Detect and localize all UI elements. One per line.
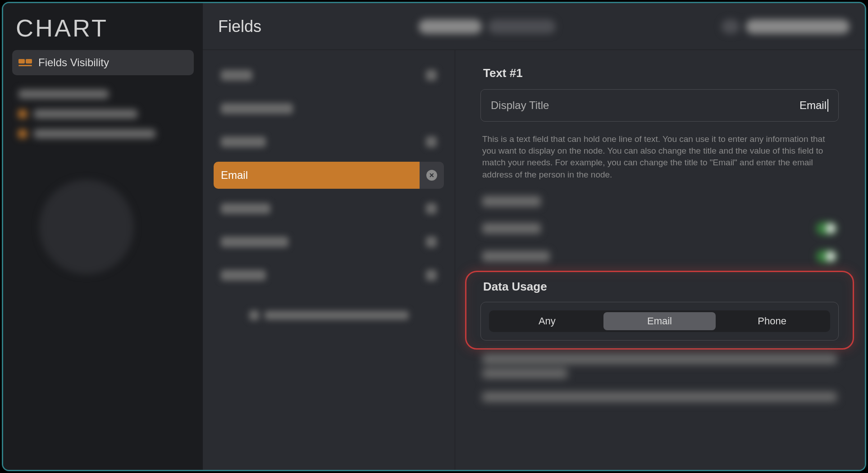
fields-visibility-icon — [18, 58, 32, 67]
segmented-control[interactable]: Any Email Phone — [489, 310, 830, 332]
field-row-email[interactable]: Email ✕ — [214, 162, 444, 189]
segment-email[interactable]: Email — [603, 312, 716, 330]
data-usage-section: Data Usage Any Email Phone — [480, 280, 839, 341]
main-area: Fields — [203, 3, 865, 470]
svg-rect-0 — [18, 59, 25, 64]
field-row-blurred — [214, 228, 444, 255]
display-title-label: Display Title — [491, 99, 549, 112]
field-row-blurred — [214, 262, 444, 289]
topbar: Fields — [203, 3, 865, 50]
detail-blurred-settings — [480, 196, 839, 263]
sidebar-item-fields-visibility[interactable]: Fields Visibility — [12, 50, 194, 75]
data-usage-control: Any Email Phone — [480, 302, 839, 341]
field-row-blurred — [214, 95, 444, 122]
field-row-blurred — [214, 195, 444, 222]
data-usage-title: Data Usage — [483, 280, 839, 294]
content: Email ✕ — [203, 50, 865, 470]
segment-phone[interactable]: Phone — [716, 312, 828, 330]
app-window: CHART Fields Visibility — [2, 2, 866, 471]
sidebar-blurred-group — [12, 84, 194, 274]
svg-rect-1 — [26, 59, 32, 64]
topbar-blurred-controls — [419, 19, 850, 34]
svg-rect-2 — [18, 65, 32, 66]
display-title-input[interactable] — [738, 99, 828, 112]
page-title: Fields — [218, 17, 261, 36]
field-row-remove-button[interactable]: ✕ — [420, 162, 444, 189]
field-description: This is a text field that can hold one l… — [482, 133, 836, 181]
field-row-blurred — [214, 62, 444, 89]
detail-panel: Text #1 Display Title This is a text fie… — [455, 50, 865, 470]
field-list-footer-blurred — [214, 310, 444, 320]
field-row-label: Email — [221, 169, 248, 182]
detail-title: Text #1 — [483, 66, 839, 80]
field-row-blurred — [214, 128, 444, 155]
close-icon: ✕ — [426, 170, 437, 181]
display-title-field[interactable]: Display Title — [480, 89, 839, 122]
detail-trailing-blurred — [480, 354, 839, 402]
app-title: CHART — [12, 12, 194, 50]
sidebar-item-label: Fields Visibility — [38, 56, 109, 69]
segment-any[interactable]: Any — [491, 312, 603, 330]
field-list: Email ✕ — [203, 50, 455, 470]
sidebar: CHART Fields Visibility — [3, 3, 203, 470]
